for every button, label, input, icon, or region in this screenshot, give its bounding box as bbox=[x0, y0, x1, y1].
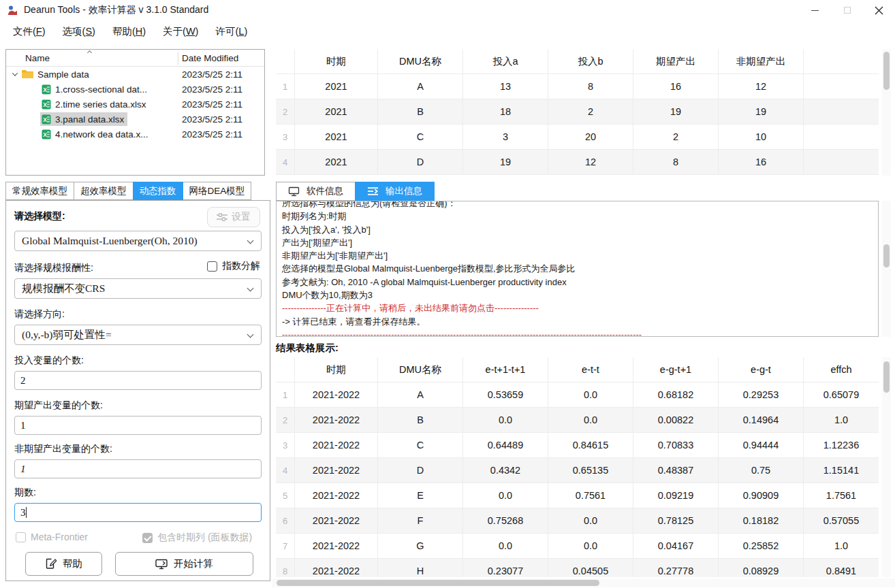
menu-item-F[interactable]: 文件(F) bbox=[7, 22, 52, 41]
column-header-name[interactable]: Name bbox=[25, 53, 50, 63]
result-data-table: 时期DMU名称e-t+1-t+1e-t-te-g-t+1e-g-teffch12… bbox=[276, 357, 879, 577]
row-number: 4 bbox=[276, 458, 295, 483]
table-row[interactable]: 42021-2022D0.43420.651350.483870.751.151… bbox=[276, 458, 879, 483]
menu-bar: 文件(F)选项(S)帮助(H)关于(W)许可(L) bbox=[0, 20, 895, 42]
period-count-field[interactable] bbox=[14, 503, 262, 522]
scrollbar-thumb[interactable] bbox=[277, 580, 599, 586]
tab-regular-efficiency[interactable]: 常规效率模型 bbox=[5, 182, 74, 200]
column-header[interactable]: e-g-t bbox=[719, 357, 804, 382]
file-tree-folder-row[interactable]: Sample data2023/5/25 2:11 bbox=[6, 67, 264, 82]
tab-network-dea[interactable]: 网络DEA模型 bbox=[183, 182, 252, 200]
scrollbar-thumb[interactable] bbox=[883, 244, 890, 267]
column-divider bbox=[178, 52, 178, 65]
table-cell: 16 bbox=[633, 74, 719, 99]
table-header-row: 时期DMU名称e-t+1-t+1e-t-te-g-t+1e-g-teffch bbox=[276, 357, 879, 382]
menu-item-S[interactable]: 选项(S) bbox=[57, 22, 101, 41]
output-line: DMU个数为10,期数为3 bbox=[282, 289, 873, 301]
table-cell: 19 bbox=[633, 99, 719, 125]
menu-item-W[interactable]: 关于(W) bbox=[157, 22, 204, 41]
table-cell: D bbox=[378, 458, 463, 483]
column-header[interactable]: e-t-t bbox=[548, 357, 633, 382]
chevron-down-icon[interactable] bbox=[12, 70, 18, 76]
column-header[interactable]: 时期 bbox=[295, 49, 378, 74]
table-cell: 19 bbox=[719, 99, 804, 125]
table-row[interactable]: 42021D1912816 bbox=[276, 150, 879, 175]
model-select[interactable]: Global Malmquist-Luenberger(Oh, 2010) bbox=[14, 231, 262, 251]
returns-to-scale-select[interactable]: 规模报酬不变CRS bbox=[14, 278, 262, 299]
column-header[interactable]: 投入a bbox=[463, 49, 548, 74]
meta-frontier-checkbox[interactable]: Meta-Frontier bbox=[16, 532, 88, 542]
svg-text:X: X bbox=[43, 131, 47, 138]
table-row[interactable]: 12021A1381612 bbox=[276, 74, 879, 99]
close-button[interactable] bbox=[863, 0, 895, 20]
table-row[interactable]: 32021C320210 bbox=[276, 125, 879, 150]
column-header[interactable]: e-g-t+1 bbox=[633, 357, 719, 382]
index-decompose-checkbox[interactable]: 指数分解 bbox=[207, 260, 260, 272]
horizontal-scrollbar[interactable] bbox=[272, 578, 895, 587]
column-header[interactable]: DMU名称 bbox=[378, 49, 463, 74]
maximize-button[interactable] bbox=[831, 0, 863, 20]
column-header[interactable]: e-t+1-t+1 bbox=[463, 357, 548, 382]
table-row[interactable]: 12021-2022A0.536590.00.681820.292530.650… bbox=[276, 382, 879, 408]
file-tree-item[interactable]: X4.network dea data.x...2023/5/25 2:11 bbox=[6, 127, 264, 142]
tab-super-efficiency[interactable]: 超效率模型 bbox=[74, 182, 134, 200]
output-log-scrollbar[interactable] bbox=[882, 201, 891, 337]
file-tree-item[interactable]: X2.time series data.xlsx2023/5/25 2:11 bbox=[6, 97, 264, 112]
table-cell: 8 bbox=[633, 150, 719, 175]
bad-output-count-field[interactable] bbox=[14, 459, 262, 478]
table-cell: 0.23077 bbox=[463, 559, 548, 577]
column-header[interactable]: 时期 bbox=[295, 357, 378, 382]
table-row[interactable]: 72021-2022G0.00.00.041670.258521.0 bbox=[276, 534, 879, 559]
file-tree-item[interactable]: X3.panal data.xlsx2023/5/25 2:11 bbox=[6, 112, 264, 127]
result-table-label: 结果表格展示: bbox=[276, 342, 339, 355]
tab-software-info[interactable]: 软件信息 bbox=[276, 182, 356, 201]
menu-item-L[interactable]: 许可(L) bbox=[209, 22, 253, 41]
column-header[interactable]: 非期望产出 bbox=[719, 49, 804, 74]
output-info-icon bbox=[367, 186, 379, 196]
menu-item-H[interactable]: 帮助(H) bbox=[106, 22, 152, 41]
table-row[interactable]: 22021B1821919 bbox=[276, 99, 879, 125]
tab-label: 输出信息 bbox=[386, 185, 422, 197]
row-number: 1 bbox=[276, 74, 295, 99]
input-count-field[interactable] bbox=[14, 371, 262, 390]
table-cell: 2021-2022 bbox=[295, 408, 378, 433]
window-title: Dearun Tools - 效率计算器 v 3.1.0 Standard bbox=[24, 4, 208, 16]
table-row[interactable]: 32021-2022C0.644890.846150.708330.944441… bbox=[276, 433, 879, 458]
file-tree-item[interactable]: X1.cross-sectional dat...2023/5/25 2:11 bbox=[6, 82, 264, 97]
column-header[interactable]: effch bbox=[804, 357, 879, 382]
folder-icon bbox=[21, 69, 33, 79]
column-header[interactable]: DMU名称 bbox=[378, 357, 463, 382]
table-row[interactable]: 22021-2022B0.00.00.008220.149641.0 bbox=[276, 408, 879, 433]
input-count-label: 投入变量的个数: bbox=[14, 355, 84, 367]
direction-select[interactable]: (0,y,-b)弱可处置性= bbox=[14, 325, 262, 345]
tab-dynamic-index[interactable]: 动态指数 bbox=[133, 182, 183, 200]
checkbox-checked-icon bbox=[142, 533, 153, 543]
file-row-main: X4.network dea data.x... bbox=[40, 127, 152, 141]
minimize-button[interactable] bbox=[799, 0, 831, 20]
column-header-date-modified[interactable]: Date Modified bbox=[182, 53, 238, 63]
table-row[interactable]: 52021-2022E0.00.75610.092190.909091.7561 bbox=[276, 483, 879, 508]
scrollbar-thumb[interactable] bbox=[883, 361, 890, 393]
start-calculation-button[interactable]: 开始计算 bbox=[115, 552, 253, 576]
file-name: 1.cross-sectional dat... bbox=[55, 84, 147, 95]
table-cell: 8 bbox=[548, 74, 633, 99]
returns-to-scale-label: 请选择规模报酬性: bbox=[14, 262, 93, 274]
table-row[interactable]: 62021-2022F0.752680.00.781250.181820.570… bbox=[276, 508, 879, 534]
table-row[interactable]: 82021-2022H0.230770.045050.277780.089290… bbox=[276, 559, 879, 577]
table-cell: 0.64489 bbox=[463, 433, 548, 458]
result-table-scrollbar[interactable] bbox=[882, 357, 891, 577]
output-line: 非期望产出为['非期望产出'] bbox=[282, 249, 873, 262]
column-header[interactable]: 投入b bbox=[548, 49, 633, 74]
column-header[interactable]: 期望产出 bbox=[633, 49, 719, 74]
data-table-scrollbar[interactable] bbox=[882, 49, 891, 176]
tab-output-info[interactable]: 输出信息 bbox=[355, 182, 435, 201]
output-count-field[interactable] bbox=[14, 416, 262, 435]
settings-button[interactable]: 设置 bbox=[207, 207, 260, 227]
panel-data-checkbox[interactable]: 包含时期列 (面板数据) bbox=[142, 532, 252, 544]
model-select-label: 请选择模型: bbox=[14, 210, 65, 223]
output-log[interactable]: 所选指标与模型的信息为(请检查是否正确)：时期列名为:时期投入为['投入a', … bbox=[276, 201, 879, 337]
direction-label: 请选择方向: bbox=[14, 308, 65, 321]
info-tab-bar: 软件信息输出信息 bbox=[276, 182, 434, 201]
scrollbar-thumb[interactable] bbox=[883, 52, 890, 90]
help-button[interactable]: 帮助 bbox=[25, 552, 102, 576]
